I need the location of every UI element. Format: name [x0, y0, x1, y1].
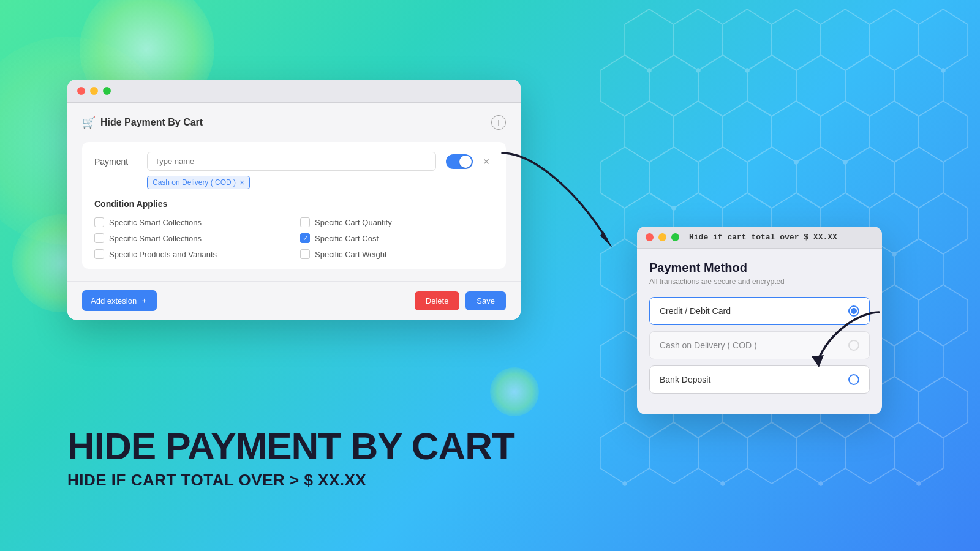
tag-label: Cash on Delivery ( COD ) — [153, 178, 236, 187]
svg-marker-21 — [600, 147, 649, 208]
svg-marker-8 — [649, 55, 698, 116]
condition-item-ssc1: Specific Smart Collections — [94, 217, 288, 227]
svg-marker-25 — [796, 147, 845, 208]
bg-blob-tiny1 — [490, 367, 539, 416]
svg-marker-16 — [723, 101, 772, 162]
svg-point-71 — [696, 69, 700, 72]
svg-point-74 — [843, 160, 847, 164]
svg-point-72 — [745, 69, 749, 72]
checkbox-scc[interactable]: ✓ — [300, 233, 310, 243]
svg-marker-62 — [919, 377, 968, 438]
checkbox-scq[interactable] — [300, 217, 310, 227]
checkbox-spv[interactable] — [94, 249, 104, 259]
svg-point-85 — [819, 482, 823, 485]
payment-tag: Cash on Delivery ( COD ) × — [147, 176, 250, 189]
add-extension-button[interactable]: Add extesion ＋ — [82, 290, 157, 311]
payment-window-content: Payment Method All transactions are secu… — [637, 249, 882, 414]
svg-marker-11 — [796, 55, 845, 116]
svg-marker-19 — [870, 101, 919, 162]
traffic-light-red[interactable] — [77, 87, 85, 95]
pw-traffic-light-yellow[interactable] — [658, 233, 666, 241]
checkbox-ssc2[interactable] — [94, 233, 104, 243]
svg-marker-27 — [894, 147, 943, 208]
radio-cod[interactable] — [848, 340, 859, 351]
window-header: 🛒 Hide Payment By Cart i — [82, 115, 506, 130]
svg-marker-0 — [625, 9, 674, 70]
checkbox-ssc1[interactable] — [94, 217, 104, 227]
condition-item-ssc2: Specific Smart Collections — [94, 233, 288, 243]
payment-option-bank[interactable]: Bank Deposit — [649, 365, 870, 394]
svg-point-73 — [794, 160, 798, 164]
close-button[interactable]: × — [479, 154, 494, 169]
add-extension-icon: ＋ — [140, 295, 148, 306]
window-footer: Add extesion ＋ Delete Save — [67, 281, 521, 320]
checkbox-scw[interactable] — [300, 249, 310, 259]
delete-button[interactable]: Delete — [415, 291, 460, 310]
condition-section-title: Condition Applies — [94, 197, 494, 209]
payment-option-bank-label: Bank Deposit — [660, 375, 710, 384]
pw-traffic-light-red[interactable] — [646, 233, 654, 241]
condition-item-spv: Specific Products and Variants — [94, 249, 288, 259]
svg-point-70 — [647, 69, 651, 72]
svg-marker-24 — [747, 147, 796, 208]
svg-marker-9 — [698, 55, 747, 116]
payment-label: Payment — [94, 152, 137, 167]
info-icon[interactable]: i — [491, 115, 506, 130]
payment-option-credit[interactable]: Credit / Debit Card — [649, 297, 870, 325]
svg-marker-26 — [845, 147, 894, 208]
svg-marker-13 — [894, 55, 943, 116]
svg-marker-5 — [870, 9, 919, 70]
payment-option-cod[interactable]: Cash on Delivery ( COD ) — [649, 331, 870, 359]
radio-bank[interactable] — [848, 374, 859, 385]
radio-credit[interactable] — [848, 305, 859, 317]
payment-section: Payment Cash on Delivery ( COD ) × × Con… — [82, 142, 506, 269]
payment-toggle[interactable] — [446, 154, 473, 169]
svg-marker-17 — [772, 101, 821, 162]
condition-item-scq: Specific Cart Quantity — [300, 217, 494, 227]
svg-marker-2 — [723, 9, 772, 70]
svg-marker-10 — [747, 55, 796, 116]
svg-marker-7 — [600, 55, 649, 116]
svg-point-84 — [721, 482, 725, 485]
window-title: Hide Payment By Cart — [100, 117, 203, 128]
svg-marker-22 — [649, 147, 698, 208]
conditions-grid: Specific Smart Collections Specific Cart… — [94, 217, 494, 259]
hero-subtitle: HIDE IF CART TOTAL OVER > $ XX.XX — [67, 471, 514, 490]
add-extension-label: Add extesion — [91, 296, 137, 305]
hero-title: HIDE PAYMENT BY CART — [67, 425, 514, 467]
payment-method-subtitle: All transactions are secure and encrypte… — [649, 277, 870, 286]
cart-icon: 🛒 — [82, 116, 96, 129]
svg-marker-15 — [674, 101, 723, 162]
svg-marker-4 — [821, 9, 870, 70]
condition-label-scq: Specific Cart Quantity — [315, 218, 392, 227]
svg-marker-23 — [698, 147, 747, 208]
hero-text-section: HIDE PAYMENT BY CART HIDE IF CART TOTAL … — [67, 425, 514, 490]
main-window: 🛒 Hide Payment By Cart i Payment Cash on… — [67, 80, 521, 320]
traffic-light-yellow[interactable] — [90, 87, 98, 95]
svg-marker-41 — [894, 239, 943, 300]
payment-option-credit-label: Credit / Debit Card — [660, 306, 731, 316]
svg-marker-1 — [674, 9, 723, 70]
footer-right: Delete Save — [415, 291, 506, 310]
svg-marker-6 — [919, 9, 968, 70]
svg-marker-3 — [772, 9, 821, 70]
payment-name-input[interactable] — [147, 152, 436, 171]
svg-marker-65 — [698, 422, 747, 484]
tag-remove-button[interactable]: × — [239, 178, 244, 187]
svg-marker-63 — [600, 422, 649, 484]
pw-traffic-light-green[interactable] — [671, 233, 679, 241]
save-button[interactable]: Save — [466, 291, 506, 310]
svg-marker-55 — [894, 331, 943, 392]
payment-row: Payment Cash on Delivery ( COD ) × × — [94, 152, 494, 189]
traffic-light-green[interactable] — [103, 87, 111, 95]
svg-point-76 — [672, 206, 676, 210]
svg-marker-18 — [821, 101, 870, 162]
condition-item-scw: Specific Cart Weight — [300, 249, 494, 259]
payment-input-area: Cash on Delivery ( COD ) × — [147, 152, 436, 189]
svg-marker-34 — [919, 193, 968, 254]
svg-point-83 — [623, 482, 627, 485]
main-window-titlebar — [67, 80, 521, 103]
svg-marker-64 — [649, 422, 698, 484]
hide-annotation: Hide if cart total over $ XX.XX — [689, 233, 837, 242]
condition-label-scw: Specific Cart Weight — [315, 250, 387, 259]
